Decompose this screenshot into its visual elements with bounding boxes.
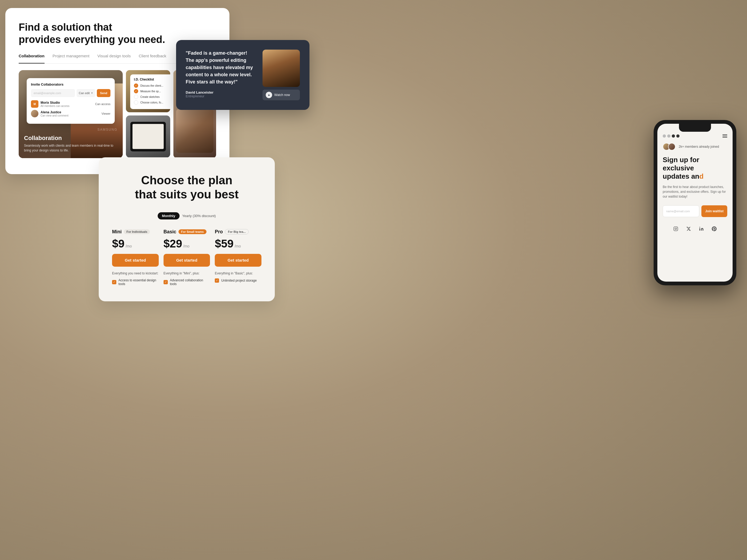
phone-social-row <box>663 224 727 233</box>
mini-desc: Everything you need to kickstart: <box>112 271 159 275</box>
dot-3 <box>672 134 675 138</box>
alena-avatar <box>31 110 38 117</box>
small-images-col: I.D. Checklist Discuss the client... Mea… <box>126 70 170 158</box>
svg-rect-3 <box>699 228 700 231</box>
basic-dollar: $29 <box>163 237 182 250</box>
monthly-toggle[interactable]: Monthly <box>158 212 180 219</box>
tablet-device <box>130 122 166 152</box>
instagram-icon[interactable] <box>671 224 680 233</box>
invite-input-row: email@example.com Can edit ▼ Send <box>31 89 110 97</box>
billing-toggle: Monthly Yearly (30% discount) <box>112 212 261 219</box>
testimonial-photo <box>262 50 300 87</box>
avatar-2 <box>668 143 675 151</box>
checklist-item-2: Measure the sp... <box>134 89 170 93</box>
phone-menu-icon[interactable] <box>722 134 727 138</box>
mini-check: ✓ <box>112 280 116 284</box>
menu-line-1 <box>722 134 727 135</box>
dot-1 <box>663 134 666 138</box>
tab-collaboration[interactable]: Collaboration <box>19 54 45 61</box>
morix-role: Can access <box>95 102 110 106</box>
plans-row: Mini For Individuals $9 /mo Get started … <box>112 229 261 288</box>
send-invite-button[interactable]: Send <box>97 89 110 97</box>
testimonial-quote: "Faded is a game-changer! The app's powe… <box>186 50 256 86</box>
watch-now-text: Watch now <box>274 93 290 97</box>
mini-label-row: Mini For Individuals <box>112 229 159 235</box>
invite-title: Invite Collaborators <box>31 82 110 86</box>
device-image <box>126 115 170 158</box>
mini-badge: For Individuals <box>124 229 150 234</box>
phone-members-row: 2k+ members already joined <box>663 143 727 151</box>
tab-client-feedback[interactable]: Client feedback <box>139 54 166 61</box>
testimonial-photo-col: Watch now <box>262 50 300 100</box>
pro-label-row: Pro For Big tea... <box>215 229 261 235</box>
title-highlight: d <box>699 172 703 180</box>
mini-feature-text: Access to essential design tools <box>119 278 159 286</box>
basic-feature-text: Advanced collaboration tools <box>170 278 210 286</box>
pro-feature: ✓ Unlimited project storage <box>215 278 261 283</box>
checklist-item-4: Choose colors, fo... <box>134 100 170 105</box>
samsung-label: SAMSUNG <box>97 128 118 131</box>
menu-line-2 <box>722 136 727 136</box>
phone-avatars <box>663 143 673 151</box>
mini-dollar: $9 <box>112 237 125 250</box>
pricing-card: Choose the plan that suits you best Mont… <box>99 157 275 301</box>
svg-rect-0 <box>674 227 678 231</box>
basic-feature: ✓ Advanced collaboration tools <box>163 278 210 286</box>
phone-frame: 2k+ members already joined Sign up for e… <box>654 120 736 285</box>
pro-feature-text: Unlimited project storage <box>221 279 257 283</box>
checklist-title: I.D. Checklist <box>134 78 170 81</box>
morix-sub: All members can access <box>41 105 69 107</box>
play-icon <box>266 92 272 98</box>
dot-2 <box>667 134 670 138</box>
phone-screen: 2k+ members already joined Sign up for e… <box>658 124 732 282</box>
phone-card: 2k+ members already joined Sign up for e… <box>654 120 736 285</box>
tab-project-management[interactable]: Project management <box>53 54 89 61</box>
pricing-title: Choose the plan that suits you best <box>112 174 261 202</box>
svg-point-2 <box>676 228 677 228</box>
testimonial-role: Entrepreneur <box>186 95 256 98</box>
menu-line-3 <box>722 137 727 138</box>
phone-notch <box>679 124 711 132</box>
invite-collaborators-card: Invite Collaborators email@example.com C… <box>27 78 115 124</box>
mini-get-started[interactable]: Get started <box>112 254 159 267</box>
pro-dollar: $59 <box>215 237 233 250</box>
dot-4 <box>676 134 679 138</box>
mini-plan: Mini For Individuals $9 /mo Get started … <box>112 229 159 288</box>
basic-get-started[interactable]: Get started <box>163 254 210 267</box>
phone-dots <box>663 134 679 138</box>
phone-sub-text: Be the first to hear about product launc… <box>663 185 727 199</box>
phone-main-title: Sign up for exclusive updates and <box>663 156 727 181</box>
phone-join-button[interactable]: Join waitlist <box>701 205 727 217</box>
basic-label-row: Basic For Small teams <box>163 229 210 235</box>
testimonial-card: "Faded is a game-changer! The app's powe… <box>176 40 309 110</box>
tab-visual-design[interactable]: Visual design tools <box>97 54 131 61</box>
yearly-toggle[interactable]: Yearly (30% discount) <box>182 214 216 218</box>
watch-now-button[interactable]: Watch now <box>262 89 300 100</box>
basic-plan: Basic For Small teams $29 /mo Get starte… <box>163 229 210 288</box>
pro-badge: For Big tea... <box>225 229 249 234</box>
twitter-icon[interactable] <box>684 224 693 233</box>
testimonial-author: David Lanceister <box>186 90 256 95</box>
checklist-item-3: Create sketches <box>134 95 170 99</box>
pro-get-started[interactable]: Get started <box>215 254 261 267</box>
pro-price: $59 /mo <box>215 237 261 250</box>
pro-plan: Pro For Big tea... $59 /mo Get started E… <box>215 229 261 288</box>
checklist-item-1: Discuss the client... <box>134 83 170 88</box>
phone-email-input[interactable]: name@email.com <box>663 205 699 217</box>
basic-period: /mo <box>183 244 189 248</box>
checklist-card: I.D. Checklist Discuss the client... Mea… <box>130 74 170 109</box>
phone-header <box>663 134 727 138</box>
permission-dropdown[interactable]: Can edit ▼ <box>77 89 95 97</box>
mini-period: /mo <box>126 244 132 248</box>
user-row-morix: M Morix Studio All members can access Ca… <box>31 100 110 108</box>
svg-point-1 <box>675 228 676 230</box>
checklist-image: I.D. Checklist Discuss the client... Mea… <box>126 70 170 112</box>
email-input[interactable]: email@example.com <box>31 89 75 97</box>
collab-bottom: Collaboration Seamlessly work with clien… <box>24 135 118 153</box>
basic-desc: Everything in "Mini", plus: <box>163 271 210 275</box>
linkedin-icon[interactable] <box>697 224 706 233</box>
pinterest-icon[interactable] <box>710 224 718 233</box>
alena-name: Alena Justice <box>41 110 69 114</box>
pro-check: ✓ <box>215 278 219 283</box>
user-row-alena: Alena Justice Can view and comment Viewe… <box>31 110 110 117</box>
